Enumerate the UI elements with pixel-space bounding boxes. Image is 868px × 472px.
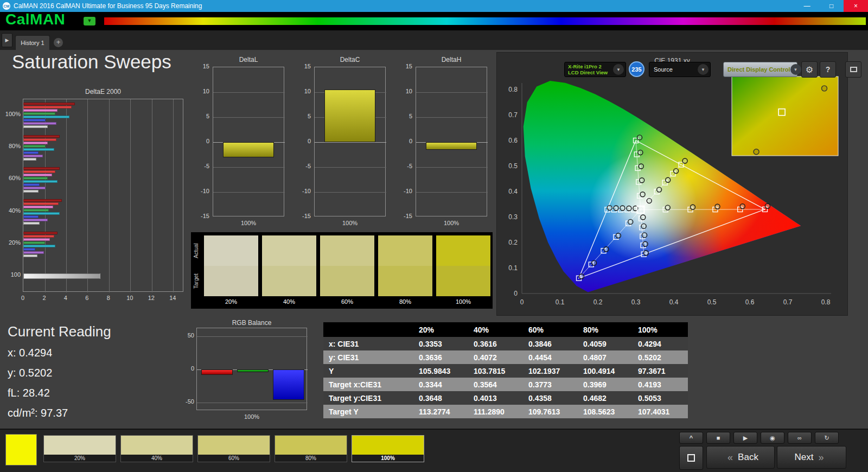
gridline [416,92,488,93]
delta-chart-deltac: DeltaC151050-5-10-15100% [296,56,397,235]
current-reading-line: y: 0.5202 [8,367,170,379]
deltae-bar [23,209,49,212]
refresh-button[interactable]: ↻ [815,432,839,444]
settings-button[interactable]: ⚙ [801,61,818,78]
x-axis-label: 100% [314,220,386,226]
meter-dropdown[interactable]: X-Rite i1Pro 2 LCD Direct View ▼ [564,62,626,77]
table-row: y: CIE310.36360.40720.44540.48070.5202 [323,350,688,364]
window-controls: — □ × [795,0,868,12]
saturation-tile-60%[interactable]: 60% [197,435,270,462]
x-axis-label: 0.2 [593,298,603,306]
pattern-window-button[interactable] [679,446,703,470]
deltae-chart-title: DeltaE 2000 [23,88,183,95]
deltae-bar [23,142,48,144]
table-cell: 0.5202 [633,353,687,362]
deltae-bar [23,241,45,244]
gridline [109,99,110,292]
deltae-bar [23,112,55,115]
tile-color [352,436,424,455]
y-axis-label: 15 [194,63,209,69]
gridline [213,192,285,193]
rainbow-gradient-strip [104,17,866,25]
y-axis-label: 0 [296,138,311,144]
workflow-play-button[interactable]: ▶ [2,33,12,47]
y-axis-label: 10 [296,88,311,94]
tab-bar: ▶ History 1 + X-Rite i1Pro 2 LCD Direct … [0,30,868,50]
table-cell: 0.3564 [468,380,523,389]
panel-icon [850,67,857,72]
table-cell: 107.4031 [633,407,687,416]
delta-chart-title: DeltaL [213,56,284,63]
source-dropdown[interactable]: Source ▼ [649,62,711,77]
x-axis-label: 0.8 [821,298,831,306]
table-column-header: 40% [468,326,523,334]
target-swatch [378,266,432,296]
x-axis-label: 4 [60,295,71,301]
gridline [416,167,488,168]
tab-history-1[interactable]: History 1 [15,35,50,50]
table-row-label: Target x:CIE31 [323,380,413,389]
help-button[interactable]: ? [820,61,836,78]
actual-swatch [320,235,374,266]
rgb-balance-chart: RGB Balance 500-50100% [179,319,316,424]
y-axis-label: -10 [296,188,311,194]
y-axis-label: 5 [194,113,209,119]
y-axis-label: 15 [296,63,311,69]
blue-bar [273,369,304,400]
saturation-tile-100%[interactable]: 100% [352,435,424,462]
collapse-button[interactable]: ^ [679,432,703,444]
delta-chart-title: DeltaH [416,56,487,63]
next-button[interactable]: Next » [777,446,846,469]
table-row: Target y:CIE310.36480.40130.43580.46820.… [323,391,688,405]
deltae-bar [23,155,43,157]
table-row-label: Target y:CIE31 [323,394,413,403]
saturation-tile-40%[interactable]: 40% [120,435,193,462]
y-axis-label: -5 [397,163,412,169]
title-bar: CM CalMAN 2016 CalMAN Ultimate for Busin… [0,0,868,12]
logo-dropdown-button[interactable]: ▼ [84,17,95,25]
maximize-button[interactable]: □ [819,0,844,12]
close-button[interactable]: × [844,0,868,12]
delta-chart-title: DeltaC [314,56,386,63]
minimize-button[interactable]: — [795,0,819,12]
current-reading-line: cd/m²: 97.37 [8,407,170,419]
y-axis-label: -10 [397,188,412,194]
chevron-left-icon: « [727,452,733,463]
current-reading-line: x: 0.4294 [8,347,170,359]
continuous-button[interactable]: ∞ [788,432,812,444]
deltae-bar [23,177,48,180]
tile-color [121,436,193,455]
y-axis-label: 0.7 [508,111,518,119]
chevron-down-icon[interactable]: ▼ [613,64,624,75]
stop-button[interactable]: ■ [706,432,730,444]
deltae-bar [23,215,39,218]
saturation-tile-20%[interactable]: 20% [43,435,116,462]
layout-panel-button[interactable] [845,61,861,78]
bottom-bar: ^ « Back Next » 20%40%60%80%100%■▶◉∞↻ [0,429,868,472]
swatch-label: 20% [204,298,258,305]
y-axis-label: -15 [397,213,412,219]
actual-swatch [262,235,316,266]
display-control-dropdown[interactable]: Direct Display Control ▼ [723,62,797,77]
saturation-tile-80%[interactable]: 80% [275,435,347,462]
gridline [152,99,152,292]
back-button[interactable]: « Back [706,446,775,469]
tile-label: 40% [121,455,193,462]
play-button[interactable]: ▶ [733,432,757,444]
y-axis-label: 0 [514,290,518,297]
y-axis-label: 0.1 [508,264,518,272]
x-axis-label: 0 [520,298,524,306]
chevron-down-icon[interactable]: ▼ [698,64,709,75]
swatch-pair-20% [204,235,258,296]
add-tab-button[interactable]: + [54,38,63,47]
gear-icon: ⚙ [806,65,813,75]
table-cell: 0.4072 [468,353,523,362]
table-column-header: 100% [633,326,687,334]
y-axis-label: 0 [179,365,194,372]
deltae-bar [23,187,46,189]
meter-label: X-Rite i1Pro 2 LCD Direct View [565,63,608,75]
actual-row-label: Actual [193,235,199,266]
chevron-down-icon[interactable]: ▼ [790,64,801,75]
record-button[interactable]: ◉ [761,432,784,444]
gridline [87,99,88,292]
